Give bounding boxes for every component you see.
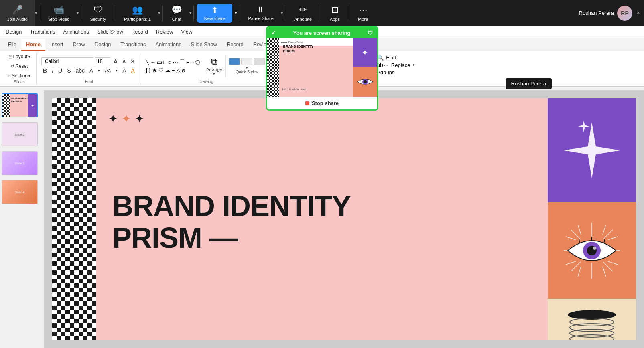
menu-view[interactable]: View [177, 27, 196, 36]
annotate-btn[interactable]: ✏ Annotate [287, 0, 319, 26]
menu-transitions[interactable]: Transitions [26, 27, 59, 36]
tab-animations[interactable]: Animations [151, 39, 186, 51]
text-shadow-btn[interactable]: A [121, 67, 128, 75]
tab-transitions[interactable]: Transitions [116, 39, 150, 51]
addins-row[interactable]: Add-ins [377, 69, 414, 75]
font-increase-btn[interactable]: A [112, 57, 119, 65]
deco-purple-panel [548, 98, 636, 202]
tab-draw[interactable]: Draw [68, 39, 90, 51]
new-share-dropdown[interactable]: ▾ [235, 10, 237, 16]
user-area: Roshan Perera RP ✕ [579, 6, 644, 21]
shape-star[interactable]: ★ [152, 67, 158, 74]
shape-plus[interactable]: + [171, 67, 175, 74]
reset-btn[interactable]: ↺ Reset [6, 62, 33, 70]
italic-btn[interactable]: I [50, 67, 55, 75]
join-audio-dropdown[interactable]: ▾ [35, 10, 37, 16]
slide-thumb-4[interactable]: Slide 4 [2, 180, 38, 204]
leave-btn[interactable]: ✕ [636, 10, 640, 16]
layout-btn[interactable]: ⊟ Layout ▾ [6, 53, 33, 61]
strikethrough-btn[interactable]: S [65, 67, 72, 75]
shape-circle[interactable]: ○ [168, 59, 172, 66]
stop-share-btn[interactable]: Stop share [267, 97, 377, 109]
shape-line[interactable]: ╲ [145, 59, 149, 66]
font-color2-btn[interactable]: A [129, 67, 136, 75]
tab-insert[interactable]: Insert [45, 39, 68, 51]
slide-canvas[interactable]: ✦ ✦ ✦ BRAND IDENTITY PRISM — Here is whe… [52, 98, 636, 340]
shape-cloud[interactable]: ☁ [165, 67, 171, 74]
join-audio-btn[interactable]: 🎤 Join Audio [0, 0, 35, 26]
share-header-text: You are screen sharing [293, 30, 351, 36]
replace-row[interactable]: ab↔ Replace ▾ [377, 62, 414, 68]
stop-video-btn[interactable]: 📹 Stop Video [41, 0, 77, 26]
shape-heart[interactable]: ♡ [158, 67, 164, 74]
qs-lighter[interactable] [254, 58, 265, 65]
drawing-group-label: Drawing [199, 79, 213, 85]
stop-video-dropdown[interactable]: ▾ [77, 10, 79, 16]
stop-share-label: Stop share [312, 100, 339, 106]
security-label: Security [90, 17, 106, 22]
find-row[interactable]: 🔍 Find [377, 54, 414, 61]
deco-panel [548, 98, 636, 340]
section-btn[interactable]: ≡ Section ▾ [6, 72, 33, 80]
shape-rect2[interactable]: □ [163, 59, 167, 66]
char-spacing-dropdown[interactable]: ▾ [114, 68, 119, 73]
quick-styles-dropdown[interactable]: ▾ [246, 66, 248, 70]
arrange-btn[interactable]: ⧉ Arrange ▾ [203, 55, 226, 77]
shape-connector[interactable]: ⌒ [179, 58, 185, 66]
shape-arrow[interactable]: → [150, 59, 156, 66]
menu-animations[interactable]: Animations [59, 27, 93, 36]
separator-9 [349, 5, 349, 21]
clear-format-btn[interactable]: ✕ [129, 57, 137, 65]
chat-btn[interactable]: 💬 Chat [164, 0, 189, 26]
qs-light[interactable] [241, 58, 252, 65]
shape-more[interactable]: ⋯ [172, 59, 179, 66]
menu-design[interactable]: Design [2, 27, 26, 36]
font-color-btn[interactable]: A [88, 67, 95, 75]
pause-share-btn[interactable]: ⏸ Pause Share [241, 0, 281, 26]
separator-7 [285, 5, 285, 21]
underline-btn[interactable]: U [57, 67, 64, 75]
tab-slideshow[interactable]: Slide Show [186, 39, 222, 51]
reset-icon: ↺ [10, 63, 14, 69]
slide-thumb-2[interactable]: Slide 2 [2, 122, 38, 146]
shape-up[interactable]: △ [176, 67, 181, 74]
qs-blue[interactable] [229, 58, 240, 65]
replace-dropdown[interactable]: ▾ [413, 63, 415, 67]
slide-thumb-3[interactable]: Slide 3 [2, 151, 38, 175]
font-name-input[interactable]: Calibri [41, 57, 93, 65]
section-icon: ≡ [8, 73, 11, 79]
slide-thumb-1[interactable]: BRAND IDENTITYPRISM — ✦ [2, 93, 38, 117]
font-size-input[interactable]: 18 [95, 57, 110, 65]
shape-brace[interactable]: } [148, 67, 151, 74]
layout-dropdown: ▾ [28, 55, 30, 59]
user-tooltip: Roshan Perera [506, 78, 552, 89]
menu-record[interactable]: Record [127, 27, 152, 36]
tab-design[interactable]: Design [90, 39, 116, 51]
chat-dropdown[interactable]: ▾ [189, 10, 192, 16]
shape-ribbon[interactable]: ⌀ [181, 67, 185, 74]
shape-pentagon[interactable]: ⬠ [195, 59, 201, 66]
pause-share-dropdown[interactable]: ▾ [281, 10, 283, 16]
security-btn[interactable]: 🛡 Security [83, 0, 113, 26]
strikethrough2-btn[interactable]: abc [74, 67, 87, 75]
apps-btn[interactable]: ⊞ Apps [323, 0, 347, 26]
tab-record[interactable]: Record [222, 39, 248, 51]
participants-dropdown[interactable]: ▾ [158, 10, 160, 16]
user-avatar[interactable]: RP [617, 6, 632, 21]
shape-curve[interactable]: ⌣ [190, 59, 195, 66]
participants-btn[interactable]: 👥 Participants 1 [117, 0, 158, 26]
shape-callout[interactable]: { [145, 67, 148, 74]
char-spacing-btn[interactable]: Aa [103, 67, 112, 74]
bold-btn[interactable]: B [41, 67, 49, 75]
more-btn[interactable]: ⋯ More [351, 0, 375, 26]
font-color-dropdown[interactable]: ▾ [96, 68, 102, 73]
font-decrease-btn[interactable]: A [121, 58, 127, 65]
star-svg [560, 118, 624, 182]
tab-file[interactable]: File [3, 39, 21, 51]
new-share-btn[interactable]: ⬆ New share [197, 4, 233, 23]
menu-review[interactable]: Review [152, 27, 177, 36]
tab-home[interactable]: Home [21, 39, 45, 51]
shape-rect[interactable]: ▭ [156, 59, 163, 66]
shape-bent[interactable]: ⌐ [186, 59, 190, 66]
menu-slideshow[interactable]: Slide Show [93, 27, 127, 36]
